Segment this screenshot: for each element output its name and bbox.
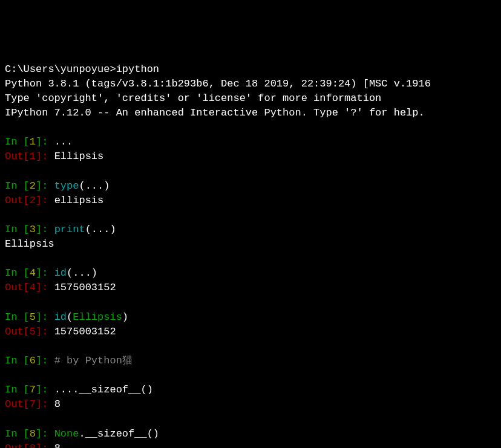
in-line: In [4]: id(...) [5, 266, 496, 281]
out-colon: : [42, 151, 54, 162]
banner-line: IPython 7.12.0 -- An enhanced Interactiv… [5, 106, 496, 120]
in-args-post: ) [122, 311, 128, 323]
in-bracket-right: ] [36, 180, 42, 192]
in-args: (...) [67, 267, 97, 279]
out-bracket-left: [ [24, 195, 30, 206]
out-bracket-left: [ [24, 443, 30, 448]
in-line: In [7]: ....__sizeof__() [5, 383, 496, 397]
in-func: id [54, 311, 67, 323]
in-bracket-right: ] [36, 355, 42, 366]
in-bracket-right: ] [36, 224, 42, 235]
in-prefix: In [5, 267, 24, 279]
terminal-output[interactable]: C:\Users\yunpoyue>ipythonPython 3.8.1 (t… [5, 62, 496, 449]
in-colon: : [42, 267, 54, 279]
shell-path: C:\Users\yunpoyue> [5, 63, 116, 75]
in-number: 1 [30, 136, 36, 148]
in-line: In [2]: type(...) [5, 179, 496, 193]
out-value: 1575003152 [54, 326, 116, 337]
in-prefix: In [5, 384, 24, 395]
in-func: print [54, 224, 85, 235]
in-line: In [8]: None.__sizeof__() [5, 427, 496, 441]
out-line: Out[5]: 1575003152 [5, 325, 496, 339]
stdout-text: Ellipsis [5, 238, 54, 250]
out-prefix: Out [5, 326, 24, 337]
in-number: 2 [30, 180, 36, 192]
out-bracket-right: ] [36, 443, 42, 448]
out-colon: : [42, 326, 54, 337]
in-prefix: In [5, 180, 24, 192]
in-bracket-left: [ [24, 180, 30, 192]
out-value: 8 [54, 398, 61, 410]
banner-text: Python 3.8.1 (tags/v3.8.1:1b293b6, Dec 1… [5, 78, 431, 89]
out-number: 8 [30, 443, 36, 448]
blank-line [5, 412, 496, 427]
in-bracket-left: [ [24, 428, 30, 440]
out-number: 2 [30, 195, 36, 206]
in-bracket-left: [ [24, 224, 30, 235]
in-special: Ellipsis [73, 311, 122, 323]
in-prefix: In [5, 224, 24, 235]
in-func: id [54, 267, 67, 279]
in-bracket-right: ] [36, 267, 42, 279]
out-bracket-right: ] [36, 282, 42, 293]
blank-line [5, 368, 496, 383]
out-number: 7 [30, 398, 36, 410]
in-prefix: In [5, 311, 24, 323]
out-value: Ellipsis [54, 151, 104, 162]
in-number: 7 [30, 384, 36, 395]
in-args: ....__sizeof__() [54, 384, 153, 395]
in-prefix: In [5, 428, 24, 440]
in-colon: : [42, 136, 54, 148]
in-colon: : [42, 224, 54, 235]
out-prefix: Out [5, 195, 24, 206]
in-args: (...) [79, 180, 110, 192]
in-prefix: In [5, 355, 24, 366]
in-bracket-left: [ [24, 355, 30, 366]
stdout-line: Ellipsis [5, 237, 496, 252]
out-line: Out[1]: Ellipsis [5, 149, 496, 164]
in-bracket-right: ] [36, 428, 42, 440]
blank-line [5, 252, 496, 266]
in-args-pre: ( [67, 311, 73, 323]
in-number: 3 [30, 224, 36, 235]
in-comment: # by Python猫 [54, 355, 133, 366]
blank-line [5, 164, 496, 178]
out-value: 1575003152 [54, 282, 116, 293]
in-number: 5 [30, 311, 36, 323]
out-bracket-right: ] [36, 195, 42, 206]
blank-line [5, 120, 496, 135]
in-colon: : [42, 180, 54, 192]
in-colon: : [42, 428, 54, 440]
in-line: In [1]: ... [5, 135, 496, 149]
out-line: Out[2]: ellipsis [5, 193, 496, 208]
out-prefix: Out [5, 398, 24, 410]
in-line: In [6]: # by Python猫 [5, 354, 496, 368]
out-colon: : [42, 282, 54, 293]
in-bracket-left: [ [24, 384, 30, 395]
out-prefix: Out [5, 282, 24, 293]
in-bracket-right: ] [36, 384, 42, 395]
in-bracket-left: [ [24, 267, 30, 279]
in-number: 6 [30, 355, 36, 366]
out-bracket-right: ] [36, 398, 42, 410]
banner-line: Type 'copyright', 'credits' or 'license'… [5, 91, 496, 106]
in-line: In [5]: id(Ellipsis) [5, 310, 496, 325]
in-args-post: .__sizeof__() [79, 428, 159, 440]
shell-command: ipython [116, 63, 159, 75]
blank-line [5, 208, 496, 222]
in-special: None [54, 428, 79, 440]
out-bracket-left: [ [24, 282, 30, 293]
in-args: ... [54, 136, 73, 148]
in-bracket-right: ] [36, 136, 42, 148]
out-colon: : [42, 195, 54, 206]
in-func: type [54, 180, 79, 192]
in-bracket-left: [ [24, 136, 30, 148]
in-number: 8 [30, 428, 36, 440]
out-prefix: Out [5, 443, 24, 448]
blank-line [5, 339, 496, 354]
out-value: 8 [54, 443, 61, 448]
blank-line [5, 296, 496, 310]
banner-text: IPython 7.12.0 -- An enhanced Interactiv… [5, 107, 425, 118]
banner-line: Python 3.8.1 (tags/v3.8.1:1b293b6, Dec 1… [5, 77, 496, 91]
out-number: 5 [30, 326, 36, 337]
